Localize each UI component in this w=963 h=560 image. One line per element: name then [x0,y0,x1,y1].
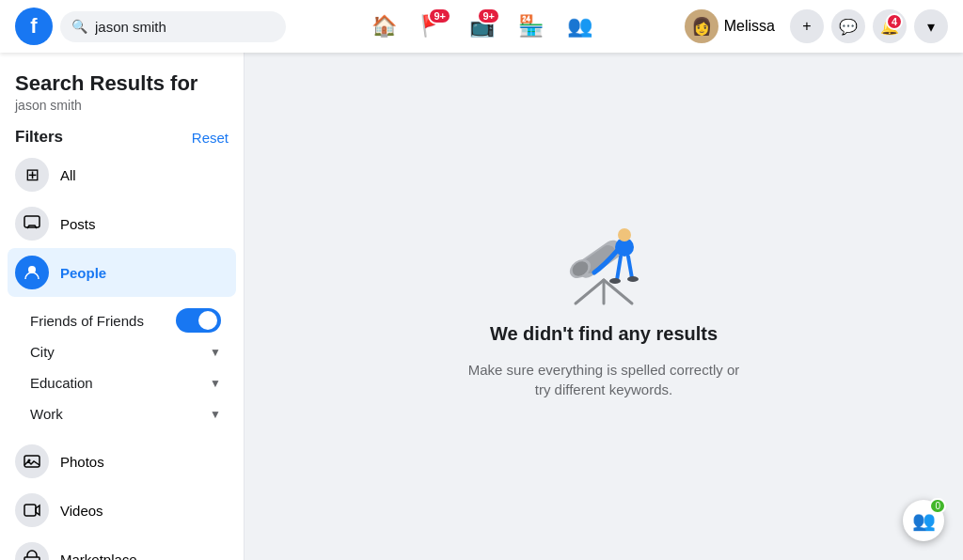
svg-line-9 [576,280,604,303]
nav-center: 🏠 🚩 9+ 📺 9+ 🏪 👥 [326,4,638,49]
city-filter-row[interactable]: City ▼ [23,336,229,367]
chat-icon: 👥 [912,509,936,532]
add-button[interactable]: + [790,9,824,43]
svg-point-19 [627,276,639,282]
main-layout: Search Results for jason smith Filters R… [0,53,963,560]
sidebar-item-all[interactable]: ⊞ All [8,150,236,199]
sidebar-item-people[interactable]: People [8,248,236,297]
svg-point-17 [618,228,631,241]
svg-rect-4 [24,505,36,516]
no-results-illustration [547,214,660,308]
svg-point-18 [609,278,621,284]
marketplace-icon: 🏪 [518,14,544,39]
nav-marketplace-button[interactable]: 🏪 [508,4,553,49]
sidebar-item-label: Videos [60,503,103,519]
work-filter-row[interactable]: Work ▼ [23,398,229,429]
nav-pages-button[interactable]: 🚩 9+ [410,4,455,49]
city-label: City [30,344,55,360]
nav-home-button[interactable]: 🏠 [361,4,406,49]
no-results-title: We didn't find any results [490,323,718,345]
sidebar-item-photos[interactable]: Photos [8,437,236,486]
work-label: Work [30,406,63,422]
education-filter-row[interactable]: Education ▼ [23,367,229,398]
facebook-logo[interactable]: f [15,8,53,45]
nav-watch-button[interactable]: 📺 9+ [459,4,504,49]
education-chevron-icon: ▼ [210,377,221,390]
search-icon: 🔍 [71,19,87,34]
svg-line-10 [604,280,632,303]
watch-badge: 9+ [477,8,500,24]
sidebar-item-label: People [60,265,106,281]
sidebar-item-label: Photos [60,454,104,470]
reset-button[interactable]: Reset [192,130,229,146]
search-query-subtitle: jason smith [15,98,229,113]
filters-label: Filters [15,128,63,147]
sidebar-item-label: All [60,167,76,183]
pages-badge: 9+ [428,8,451,24]
empty-state: We didn't find any results Make sure eve… [463,214,745,399]
filters-row: Filters Reset [8,117,236,150]
nav-right: 👩 Melissa + 💬 🔔 4 ▾ [637,6,948,47]
friends-of-friends-row: Friends of Friends [23,304,229,336]
search-input[interactable] [95,19,264,35]
groups-icon: 👥 [567,14,592,39]
people-icon [15,256,49,289]
sidebar: Search Results for jason smith Filters R… [0,53,245,560]
floating-badge: 0 [929,498,946,514]
sidebar-item-label: Marketplace [60,552,137,561]
photos-icon [15,444,49,478]
sidebar-header: Search Results for jason smith [8,64,236,117]
marketplace-filter-icon [15,542,49,560]
nav-groups-button[interactable]: 👥 [557,4,602,49]
messenger-button[interactable]: 💬 [831,9,865,43]
avatar: 👩 [685,9,718,43]
top-nav: f 🔍 🏠 🚩 9+ 📺 9+ 🏪 👥 👩 Melissa [0,0,963,53]
education-label: Education [30,375,93,391]
all-icon: ⊞ [15,158,49,192]
sidebar-item-label: Posts [60,216,96,232]
videos-icon [15,493,49,527]
people-sub-filters: Friends of Friends City ▼ Education ▼ Wo… [8,297,236,437]
user-profile-button[interactable]: 👩 Melissa [677,6,782,47]
work-chevron-icon: ▼ [210,408,221,421]
city-chevron-icon: ▼ [210,346,221,359]
messenger-icon: 💬 [839,18,858,36]
plus-icon: + [802,18,811,35]
sidebar-item-posts[interactable]: Posts [8,199,236,248]
search-results-title: Search Results for [15,71,229,96]
menu-button[interactable]: ▾ [914,9,948,43]
sidebar-item-videos[interactable]: Videos [8,486,236,535]
svg-rect-2 [24,456,39,467]
main-content: We didn't find any results Make sure eve… [245,53,963,560]
no-results-subtitle: Make sure everything is spelled correctl… [463,360,745,399]
sidebar-item-marketplace[interactable]: Marketplace [8,535,236,560]
user-name: Melissa [724,18,775,35]
posts-icon [15,207,49,241]
notifications-badge: 4 [886,13,903,30]
notifications-button[interactable]: 🔔 4 [873,9,907,43]
home-icon: 🏠 [371,14,397,39]
search-bar[interactable]: 🔍 [60,11,286,42]
friends-of-friends-toggle[interactable] [176,308,221,333]
nav-left: f 🔍 [15,8,326,45]
floating-chat-button[interactable]: 👥 0 [903,500,944,541]
friends-of-friends-label: Friends of Friends [30,313,144,329]
chevron-down-icon: ▾ [927,18,935,36]
